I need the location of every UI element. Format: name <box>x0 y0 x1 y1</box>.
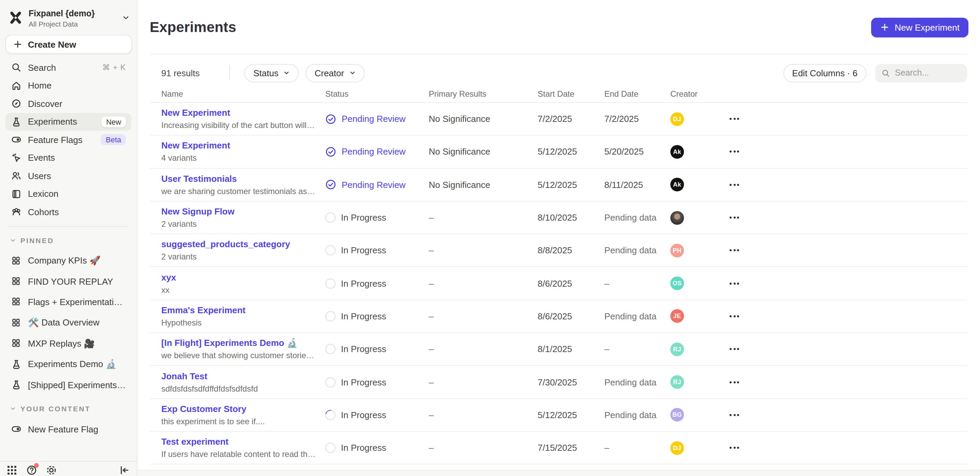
creator-cell: RJ <box>670 375 724 389</box>
row-actions-button[interactable] <box>727 147 742 157</box>
gear-icon[interactable] <box>46 465 57 476</box>
experiment-name-link[interactable]: New Signup Flow <box>161 206 316 217</box>
sidebar-footer <box>0 461 137 476</box>
sidebar-item-home[interactable]: Home <box>5 77 131 95</box>
primary-results-cell: – <box>429 278 538 288</box>
sidebar-item-events[interactable]: Events <box>5 149 131 167</box>
creator-avatar[interactable]: DJ <box>670 441 684 455</box>
help-icon[interactable] <box>26 465 37 476</box>
sidebar-divider <box>8 226 129 227</box>
creator-avatar[interactable]: Ak <box>670 178 684 192</box>
status-label: In Progress <box>341 212 386 223</box>
experiment-name-link[interactable]: Emma's Experiment <box>161 305 316 315</box>
experiment-name-link[interactable]: Test experiment <box>161 436 316 447</box>
experiment-subtitle: Increasing visibility of the cart button… <box>161 121 316 130</box>
experiment-name-link[interactable]: xyx <box>161 272 316 282</box>
status-filter-dropdown[interactable]: Status <box>245 64 299 82</box>
table-row: Test experimentIf users have relatable c… <box>150 432 967 465</box>
experiment-name-link[interactable]: [In Flight] Experiments Demo 🔬 <box>161 338 316 348</box>
create-new-button[interactable]: Create New <box>5 35 132 54</box>
workspace-name: Fixpanel {demo} <box>29 9 95 18</box>
sidebar-item-find-your-replay[interactable]: FIND YOUR REPLAY <box>5 271 131 292</box>
creator-avatar[interactable]: JE <box>670 310 684 323</box>
board-icon <box>11 276 22 287</box>
row-actions-button[interactable] <box>727 212 742 223</box>
sidebar-item-data-overview[interactable]: 🛠️ Data Overview <box>5 312 131 333</box>
column-header-creator: Creator <box>670 89 724 98</box>
sidebar-item-mxp-replays[interactable]: MXP Replays 🎥 <box>5 333 131 354</box>
experiment-name-link[interactable]: New Experiment <box>161 141 316 151</box>
row-actions-button[interactable] <box>727 377 742 387</box>
creator-avatar[interactable]: DJ <box>670 112 684 126</box>
start-date-cell: 5/12/2025 <box>538 147 605 157</box>
creator-avatar-photo[interactable] <box>670 211 684 224</box>
sidebar-item-label: Experiments <box>28 117 95 127</box>
creator-cell: Ak <box>670 145 724 159</box>
creator-cell: JE <box>670 310 724 323</box>
sidebar-item-new-feature-flag[interactable]: New Feature Flag <box>5 419 131 439</box>
start-date-cell: 8/8/2025 <box>538 246 605 256</box>
creator-filter-dropdown[interactable]: Creator <box>305 64 364 82</box>
row-actions-button[interactable] <box>727 344 742 354</box>
creator-avatar[interactable]: RJ <box>670 342 684 356</box>
experiment-name-link[interactable]: New Experiment <box>161 108 316 118</box>
sidebar-item-users[interactable]: Users <box>5 167 131 185</box>
experiment-name-link[interactable]: Jonah Test <box>161 371 316 381</box>
status-cell: In Progress <box>325 410 429 420</box>
spinner-icon <box>325 410 336 420</box>
creator-avatar[interactable]: BG <box>670 408 684 422</box>
toggle-icon <box>11 424 22 435</box>
table-row: User Testimonialswe are sharing customer… <box>150 169 967 201</box>
experiment-subtitle: we are sharing customer testimonials as … <box>161 186 316 196</box>
page-title: Experiments <box>150 19 236 35</box>
row-actions-button[interactable] <box>727 114 742 124</box>
experiment-name-link[interactable]: User Testimonials <box>161 173 316 184</box>
workspace-subtitle: All Project Data <box>29 20 116 28</box>
sidebar-item-cohorts[interactable]: Cohorts <box>5 203 131 221</box>
sidebar-item-company-kpis[interactable]: Company KPIs 🚀 <box>5 250 131 271</box>
creator-avatar[interactable]: Ak <box>670 145 684 159</box>
row-actions-button[interactable] <box>727 278 742 288</box>
progress-circle-icon <box>325 212 336 223</box>
sidebar-item-label: FIND YOUR REPLAY <box>28 276 126 286</box>
edit-columns-button[interactable]: Edit Columns · 6 <box>783 64 866 82</box>
new-experiment-button[interactable]: New Experiment <box>871 18 969 37</box>
experiment-name-link[interactable]: Exp Customer Story <box>161 404 316 414</box>
apps-grid-icon[interactable] <box>6 465 18 476</box>
start-date-cell: 8/6/2025 <box>538 311 605 321</box>
row-actions-button[interactable] <box>727 311 742 321</box>
creator-cell: DJ <box>670 441 724 455</box>
workspace-switcher[interactable]: Fixpanel {demo} All Project Data <box>0 0 137 34</box>
sidebar-item-flags-experimentation-demo[interactable]: Flags + Experimentation Demo , <box>5 292 131 313</box>
search-input[interactable] <box>895 68 961 78</box>
table-row: New ExperimentIncreasing visibility of t… <box>150 103 967 136</box>
creator-avatar[interactable]: OS <box>670 276 684 290</box>
sidebar-item-search[interactable]: Search⌘ + K <box>5 59 131 77</box>
primary-results-cell: – <box>429 377 538 387</box>
row-actions-button[interactable] <box>727 179 742 190</box>
row-actions-button[interactable] <box>727 246 742 256</box>
status-cell: In Progress <box>325 442 429 453</box>
sidebar: Fixpanel {demo} All Project Data Create … <box>0 0 137 476</box>
chevron-down-icon <box>283 69 290 76</box>
sidebar-item-shipped-experiments-demo[interactable]: [Shipped] Experiments Demo 🖊️ <box>5 375 131 395</box>
section-header-pinned[interactable]: PINNED <box>10 235 129 246</box>
creator-avatar[interactable]: PH <box>670 244 684 257</box>
new-badge: New <box>102 117 126 127</box>
search-icon <box>881 69 890 77</box>
sidebar-item-discover[interactable]: Discover <box>5 95 131 113</box>
sidebar-item-feature-flags[interactable]: Feature FlagsBeta <box>5 131 131 149</box>
experiment-name-link[interactable]: suggested_products_category <box>161 240 316 249</box>
primary-results-cell: – <box>429 344 538 354</box>
progress-circle-icon <box>325 344 336 354</box>
sidebar-item-experiments[interactable]: ExperimentsNew <box>5 113 131 131</box>
sidebar-item-lexicon[interactable]: Lexicon <box>5 185 131 203</box>
section-header-your-content[interactable]: YOUR CONTENT <box>10 403 129 414</box>
row-actions-button[interactable] <box>727 442 742 453</box>
row-actions-button[interactable] <box>727 410 742 420</box>
sidebar-item-experiments-demo[interactable]: Experiments Demo 🔬 <box>5 354 131 375</box>
collapse-sidebar-icon[interactable] <box>118 465 130 476</box>
end-date-cell: 5/20/2025 <box>605 147 670 157</box>
creator-avatar[interactable]: RJ <box>670 375 684 389</box>
table-search <box>875 64 967 82</box>
